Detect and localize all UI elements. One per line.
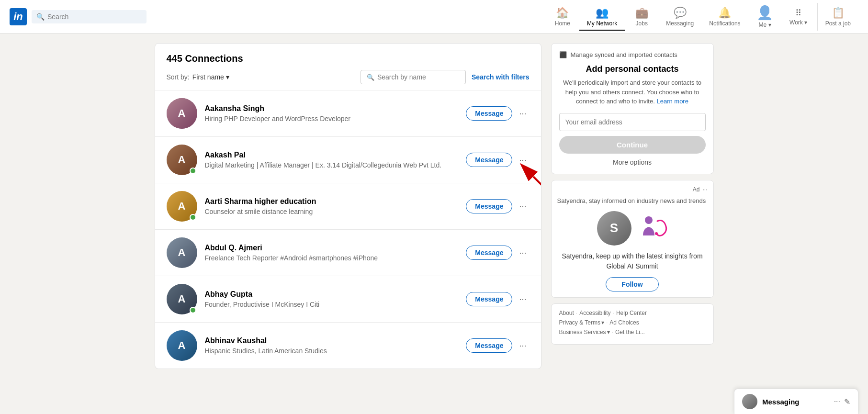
svg-point-3 — [655, 232, 658, 235]
sort-by-label: Sort by: — [167, 73, 190, 81]
ad-follow-text: Satyendra, keep up with the latest insig… — [557, 251, 708, 271]
connection-item: A Abhay Gupta Founder, Productivise I Mc… — [155, 276, 541, 323]
message-button[interactable]: Message — [466, 338, 512, 353]
footer-privacy-terms-link[interactable]: Privacy & Terms ▾ — [559, 319, 604, 326]
connection-name[interactable]: Aakash Pal — [205, 151, 459, 159]
connection-info: Abhay Gupta Founder, Productivise I McKi… — [205, 290, 459, 308]
search-bar[interactable]: 🔍 — [32, 10, 147, 23]
header: in 🔍 🏠 Home 👥 My Network 💼 Jobs 💬 Messag… — [0, 0, 868, 34]
footer-row-2: Privacy & Terms ▾ · Ad Choices — [559, 319, 706, 326]
message-button[interactable]: Message — [466, 153, 512, 167]
nav-work[interactable]: ⠿ Work ▾ — [782, 4, 815, 30]
messaging-avatar — [742, 394, 757, 409]
ad-images: S — [557, 211, 708, 246]
connection-desc: Digital Marketing | Affiliate Manager | … — [205, 161, 459, 169]
connection-name[interactable]: Aakansha Singh — [205, 104, 459, 113]
nav-messaging[interactable]: 💬 Messaging — [658, 3, 701, 31]
connections-header: 445 Connections Sort by: First name ▾ 🔍 … — [155, 44, 541, 90]
connection-info: Abhinav Kaushal Hispanic Studies, Latin … — [205, 336, 459, 355]
more-options-icon[interactable]: ··· — [516, 292, 529, 306]
nav-jobs[interactable]: 💼 Jobs — [625, 3, 658, 31]
connection-actions: Message ··· — [466, 292, 529, 306]
learn-more-link[interactable]: Learn more — [656, 98, 688, 105]
connection-desc: Hispanic Studies, Latin American Studies — [205, 347, 459, 355]
search-name-input[interactable] — [377, 73, 460, 81]
message-button[interactable]: Message — [466, 246, 512, 260]
footer-business-services-link[interactable]: Business Services ▾ — [559, 329, 610, 336]
messaging-icons: ··· ✎ — [834, 397, 850, 406]
sort-by-value[interactable]: First name ▾ — [192, 73, 229, 81]
post-job-icon: 📋 — [832, 7, 845, 19]
connection-name[interactable]: Aarti Sharma higher education — [205, 197, 459, 206]
my-network-icon: 👥 — [596, 7, 609, 19]
messaging-compose-icon[interactable]: ✎ — [844, 397, 850, 406]
nav-post-job-label: Post a job — [825, 20, 851, 27]
connections-title: 445 Connections — [167, 53, 530, 64]
connection-item: A Aarti Sharma higher education Counselo… — [155, 183, 541, 230]
footer-ad-choices-link[interactable]: Ad Choices — [609, 319, 639, 326]
avatar[interactable]: A — [167, 237, 197, 268]
online-indicator — [190, 168, 196, 174]
connection-actions: Message ··· — [466, 246, 529, 260]
nav-post-job[interactable]: 📋 Post a job — [817, 3, 858, 31]
connections-list: A Aakansha Singh Hiring PHP Developer an… — [155, 90, 541, 369]
follow-button[interactable]: Follow — [606, 277, 658, 291]
messaging-more-icon[interactable]: ··· — [834, 397, 840, 406]
more-options-icon[interactable]: ··· — [516, 200, 529, 213]
nav-notifications[interactable]: 🔔 Notifications — [701, 3, 748, 31]
svg-point-2 — [645, 216, 653, 224]
message-button[interactable]: Message — [466, 106, 512, 121]
avatar[interactable]: A — [167, 330, 197, 361]
message-button[interactable]: Message — [466, 292, 512, 306]
continue-button[interactable]: Continue — [559, 136, 706, 154]
add-contacts-desc: We'll periodically import and store your… — [559, 78, 706, 106]
message-button[interactable]: Message — [466, 199, 512, 213]
connection-name[interactable]: Abhinav Kaushal — [205, 336, 459, 345]
connection-item: A Aakash Pal Digital Marketing | Affilia… — [155, 137, 541, 183]
avatar[interactable]: A — [167, 98, 197, 129]
footer-help-link[interactable]: Help Center — [616, 310, 647, 316]
more-options-icon[interactable]: ··· — [516, 246, 529, 260]
messaging-bar[interactable]: Messaging ··· ✎ — [734, 389, 858, 414]
chevron-down-icon: ▾ — [226, 73, 229, 81]
connection-name[interactable]: Abhay Gupta — [205, 290, 459, 299]
main-nav: 🏠 Home 👥 My Network 💼 Jobs 💬 Messaging 🔔… — [546, 1, 858, 32]
footer-get-link[interactable]: Get the Li... — [615, 329, 645, 336]
nav-me[interactable]: 👤 Me ▾ — [748, 1, 782, 32]
sort-by: Sort by: First name ▾ — [167, 73, 229, 81]
footer-accessibility-link[interactable]: Accessibility — [579, 310, 610, 316]
ad-card: Ad ··· Satyendra, stay informed on indus… — [551, 180, 714, 298]
footer-row-1: About · Accessibility · Help Center — [559, 310, 706, 316]
more-options-link[interactable]: More options — [559, 158, 706, 166]
more-options-icon[interactable]: ··· — [516, 153, 529, 167]
search-input[interactable] — [47, 13, 142, 21]
avatar[interactable]: A — [167, 284, 197, 314]
ad-more-icon[interactable]: ··· — [702, 186, 707, 193]
home-icon: 🏠 — [556, 7, 569, 19]
synced-label: Manage synced and imported contacts — [571, 51, 677, 58]
connection-item: A Aakansha Singh Hiring PHP Developer an… — [155, 90, 541, 137]
connection-desc: Founder, Productivise I McKinsey I Citi — [205, 301, 459, 308]
connection-name[interactable]: Abdul Q. Ajmeri — [205, 244, 459, 252]
search-name-field[interactable]: 🔍 — [361, 70, 466, 84]
connection-actions: Message ··· — [466, 153, 529, 167]
nav-my-network[interactable]: 👥 My Network — [579, 3, 625, 31]
email-input[interactable] — [559, 113, 706, 131]
nav-home[interactable]: 🏠 Home — [546, 3, 579, 31]
more-options-icon[interactable]: ··· — [516, 107, 529, 121]
search-icon: 🔍 — [36, 13, 45, 21]
ad-person-avatar: S — [597, 211, 631, 246]
footer-row-3: Business Services ▾ · Get the Li... — [559, 329, 706, 336]
avatar[interactable]: A — [167, 191, 197, 222]
online-indicator — [190, 307, 196, 313]
nav-my-network-label: My Network — [587, 20, 617, 27]
connection-item: A Abdul Q. Ajmeri Freelance Tech Reporte… — [155, 230, 541, 276]
more-options-icon[interactable]: ··· — [516, 339, 529, 353]
avatar[interactable]: A — [167, 145, 197, 175]
messaging-label: Messaging — [762, 398, 829, 406]
linkedin-logo[interactable]: in — [10, 8, 27, 25]
jobs-icon: 💼 — [635, 7, 648, 19]
search-with-filters-link[interactable]: Search with filters — [472, 73, 530, 81]
footer-about-link[interactable]: About — [559, 310, 574, 316]
ad-label: Ad — [693, 186, 700, 193]
